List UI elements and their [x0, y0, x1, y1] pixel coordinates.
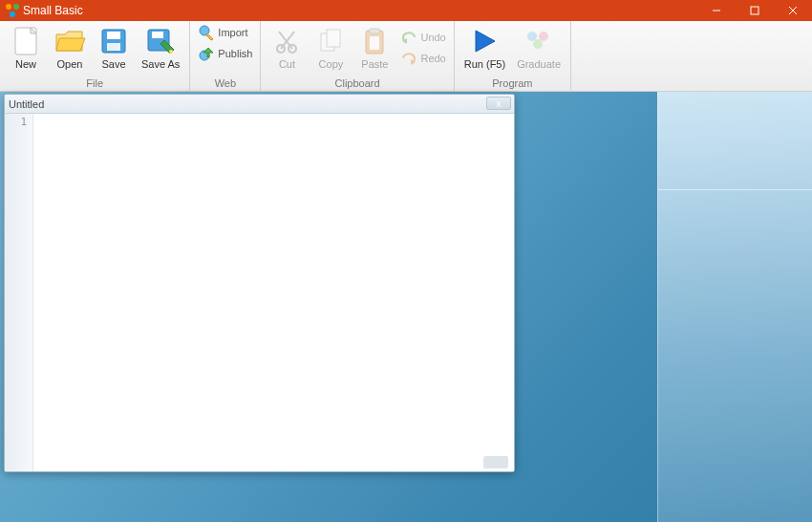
svg-point-28: [533, 39, 543, 49]
copy-icon: [314, 25, 347, 57]
open-label: Open: [57, 58, 83, 70]
editor-tab-title[interactable]: Untitled: [9, 98, 44, 110]
editor-tabbar: Untitled x: [5, 95, 514, 114]
paste-icon: [358, 25, 391, 57]
undo-button[interactable]: Undo: [396, 28, 449, 47]
svg-point-11: [169, 50, 173, 54]
paste-label: Paste: [361, 58, 388, 70]
help-divider: [658, 189, 812, 190]
save-as-icon: [144, 25, 177, 57]
graduate-label: Graduate: [517, 58, 561, 70]
editor-close-button[interactable]: x: [486, 97, 511, 110]
program-group-label: Program: [492, 77, 532, 91]
undo-label: Undo: [420, 32, 445, 43]
save-button[interactable]: Save: [92, 23, 136, 72]
code-area[interactable]: 1,1: [33, 114, 514, 471]
run-icon: [468, 25, 501, 57]
clipboard-group-label: Clipboard: [335, 77, 380, 91]
run-button[interactable]: Run (F5): [459, 23, 511, 72]
close-icon: [788, 6, 798, 15]
svg-point-27: [539, 32, 548, 41]
copy-button[interactable]: Copy: [309, 23, 353, 72]
graduate-button[interactable]: Graduate: [511, 23, 566, 72]
cut-button[interactable]: Cut: [265, 23, 309, 72]
cut-icon: [270, 25, 303, 57]
group-clipboard: Cut Copy Paste Undo: [261, 21, 454, 91]
new-file-icon: [10, 25, 42, 57]
publish-icon: [198, 45, 215, 62]
svg-rect-8: [107, 43, 120, 51]
save-as-button[interactable]: Save As: [136, 23, 185, 72]
line-number: 1: [5, 116, 27, 128]
publish-button[interactable]: Publish: [194, 44, 256, 63]
svg-rect-22: [370, 36, 379, 50]
svg-rect-10: [152, 32, 163, 38]
file-group-label: File: [86, 77, 103, 91]
svg-rect-19: [327, 30, 340, 47]
close-window-button[interactable]: [774, 0, 812, 21]
import-button[interactable]: Import: [194, 23, 256, 42]
titlebar: Small Basic: [0, 0, 812, 21]
undo-icon: [400, 29, 417, 46]
editor-window: Untitled x 1 1,1: [4, 94, 515, 472]
help-panel: [657, 92, 812, 522]
redo-label: Redo: [420, 53, 445, 64]
paste-button[interactable]: Paste: [353, 23, 396, 72]
new-button[interactable]: New: [4, 23, 48, 72]
group-program: Run (F5) Graduate Program: [455, 21, 571, 91]
maximize-icon: [750, 6, 759, 15]
svg-rect-7: [107, 32, 120, 39]
graduate-icon: [523, 25, 555, 57]
save-icon: [97, 25, 130, 57]
import-label: Import: [218, 27, 247, 38]
open-folder-icon: [53, 25, 86, 57]
cut-label: Cut: [279, 58, 295, 70]
publish-label: Publish: [218, 48, 252, 59]
group-file: New Open Save Save As File: [0, 21, 190, 91]
close-glyph: x: [497, 98, 502, 109]
svg-line-16: [281, 32, 294, 49]
svg-point-26: [527, 32, 537, 41]
new-label: New: [15, 58, 36, 70]
cursor-position: 1,1: [483, 456, 508, 468]
window-title: Small Basic: [23, 4, 83, 17]
group-web: Import Publish Web: [190, 21, 261, 91]
app-logo-icon: [6, 4, 19, 17]
ribbon: New Open Save Save As File: [0, 21, 812, 92]
redo-button[interactable]: Redo: [396, 49, 449, 68]
save-label: Save: [101, 58, 125, 70]
minimize-icon: [712, 6, 721, 15]
open-button[interactable]: Open: [48, 23, 92, 72]
save-as-label: Save As: [141, 58, 180, 70]
editor-body: 1 1,1: [5, 114, 514, 471]
redo-icon: [400, 50, 417, 67]
svg-rect-21: [370, 29, 379, 33]
run-label: Run (F5): [464, 58, 505, 70]
line-gutter: 1: [5, 114, 33, 471]
import-icon: [198, 24, 215, 41]
workspace: Untitled x 1 1,1: [0, 92, 812, 522]
maximize-button[interactable]: [736, 0, 774, 21]
svg-rect-1: [751, 7, 759, 14]
web-group-label: Web: [215, 77, 236, 91]
svg-line-17: [279, 32, 292, 49]
svg-marker-25: [476, 31, 495, 52]
copy-label: Copy: [319, 58, 344, 70]
minimize-button[interactable]: [697, 0, 736, 21]
